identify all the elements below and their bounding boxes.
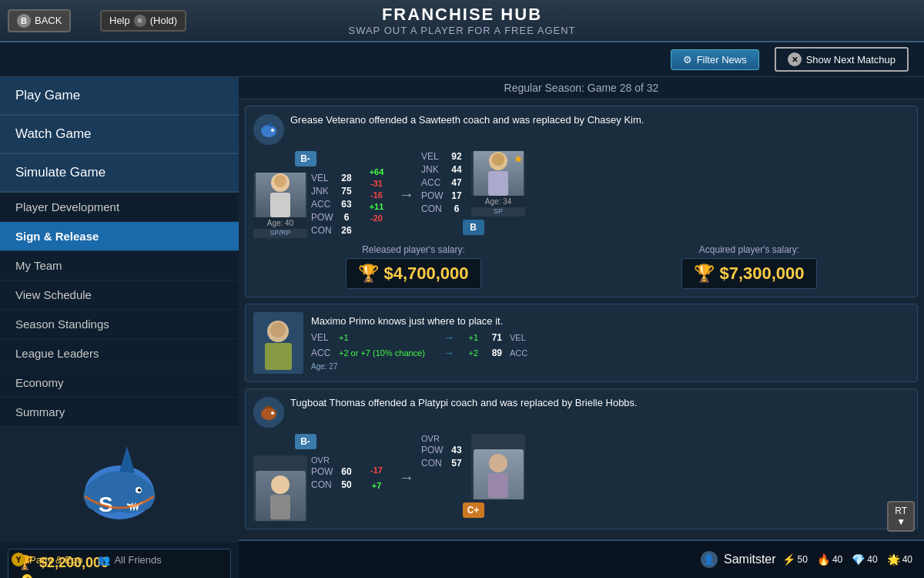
released-salary-label: Released player's salary: [346, 244, 480, 255]
friends-button[interactable]: 👥 All Friends [98, 554, 161, 566]
player1-stats: VEL 28 JNK 75 ACC 63 [311, 173, 357, 238]
svg-point-15 [261, 408, 276, 420]
show-next-matchup-label: Show Next Matchup [806, 54, 896, 66]
player-comparison-1: B- Age: 40 SP/RP VEL 28 [253, 151, 909, 238]
res-icon-1: ⚡ [782, 553, 795, 566]
party-label: Party & Ego [29, 554, 82, 566]
res-item-1: ⚡ 50 [782, 553, 808, 566]
player2-stats: VEL 92 JNK 44 ACC 47 [421, 151, 467, 217]
player1-block: B- Age: 40 SP/RP VEL 28 [253, 151, 357, 238]
training-title: Maximo Primo knows just where to place i… [311, 315, 909, 327]
back-button[interactable]: B BACK [8, 9, 71, 32]
acquired-salary-amount: 🏆 $7,300,000 [681, 258, 816, 289]
sidebar-item-watch-game[interactable]: Watch Game [0, 116, 239, 154]
arrow-right-1: → [396, 186, 417, 203]
sidebar: Play Game Watch Game Simulate Game Playe… [0, 77, 239, 539]
res-item-3: 💎 40 [852, 553, 877, 566]
training-stat-acc: ACC +2 or +7 (10% chance) → +2 89 ACC [311, 347, 909, 359]
show-next-matchup-button[interactable]: ✕ Show Next Matchup [775, 47, 909, 72]
sidebar-item-season-standings[interactable]: Season Standings [0, 310, 239, 339]
right-content[interactable]: Regular Season: Game 28 of 32 Grease Vet… [239, 77, 924, 539]
y-icon: Y [12, 553, 25, 566]
sidebar-item-play-game[interactable]: Play Game [0, 77, 239, 116]
player1-grade: B- [295, 151, 316, 166]
salary-section: Released player's salary: 🏆 $4,700,000 A… [253, 244, 909, 289]
vel-change: +1 [339, 333, 439, 342]
money-icon-2: 🔑 [16, 573, 33, 578]
acc-val: 89 [483, 348, 502, 358]
svg-point-11 [492, 153, 504, 166]
acc-label: ACC [311, 348, 334, 358]
sidebar-item-player-development[interactable]: Player Development [0, 193, 239, 222]
player3-age: Age: 27 [311, 362, 909, 371]
help-button[interactable]: Help ≡ (Hold) [100, 10, 186, 32]
svg-point-8 [274, 175, 286, 187]
sub-title: SWAP OUT A PLAYER FOR A FREE AGENT [348, 25, 575, 36]
hold-label: (Hold) [150, 15, 177, 26]
nav-menu: Play Game Watch Game Simulate Game Playe… [0, 77, 239, 427]
salary-icon-2: 🏆 [694, 264, 715, 284]
sidebar-item-summary[interactable]: Summary [0, 398, 239, 427]
rt-button[interactable]: RT ▼ [887, 501, 915, 532]
top-bar: B BACK Help ≡ (Hold) FRANCHISE HUB SWAP … [0, 0, 924, 42]
username: Samitster [724, 553, 776, 566]
sidebar-item-view-schedule[interactable]: View Schedule [0, 281, 239, 310]
acc-arrow-val: +2 [459, 348, 478, 358]
resource-bar: ⚡ 50 🔥 40 💎 40 🌟 40 [782, 553, 912, 566]
party-button[interactable]: Y Party & Ego [12, 553, 82, 566]
news-card-3: Tugboat Thomas offended a Platypi coach … [245, 388, 918, 529]
user-icon: 👤 [701, 551, 718, 568]
sidebar-item-economy[interactable]: Economy [0, 368, 239, 398]
player3b-stats: OVR POW 43 CON 57 [421, 434, 467, 499]
training-stat-vel: VEL +1 → +1 71 VEL [311, 331, 909, 344]
sidebar-item-league-leaders[interactable]: League Leaders [0, 339, 239, 368]
sidebar-item-simulate-game[interactable]: Simulate Game [0, 154, 239, 193]
arrow-acc: → [444, 347, 454, 359]
sidebar-item-my-team[interactable]: My Team [0, 251, 239, 281]
back-label: BACK [35, 15, 62, 26]
news-3-title: Tugboat Thomas offended a Platypi coach … [290, 397, 638, 408]
res-icon-3: 💎 [852, 553, 865, 566]
vel-stat-label: VEL [510, 333, 526, 342]
vel-arrow-val: +1 [459, 333, 478, 342]
player2-position: SP [471, 207, 525, 217]
res-item-2: 🔥 40 [817, 553, 842, 566]
sidebar-item-sign-release[interactable]: Sign & Release [0, 222, 239, 251]
arrow-right-3: → [396, 469, 417, 486]
player2-portrait: ★ Age: 34 SP [471, 151, 525, 217]
player3a-block: B- OVR POW 60 [253, 434, 357, 521]
player3b-grade: C+ [463, 502, 484, 518]
svg-point-16 [271, 412, 274, 415]
player2-grade: B [463, 220, 484, 235]
res-val-1: 50 [798, 554, 808, 565]
player3a-stats: OVR POW 60 CON 50 [311, 455, 357, 521]
filter-icon: ⚙ [683, 54, 692, 66]
player3-portrait [253, 312, 303, 374]
player3b-block: OVR POW 43 CON 57 [421, 434, 525, 521]
training-info: Maximo Primo knows just where to place i… [311, 315, 909, 371]
svg-rect-7 [270, 193, 290, 217]
news-1-title: Grease Veterano offended a Sawteeth coac… [290, 114, 644, 126]
acc-stat-label: ACC [510, 348, 527, 358]
player1-age: Age: 40 [253, 217, 307, 229]
released-salary-block: Released player's salary: 🏆 $4,700,000 [346, 244, 480, 289]
filter-bar: ⚙ Filter News ✕ Show Next Matchup [0, 42, 924, 77]
svg-rect-18 [270, 495, 290, 519]
acc-change: +2 or +7 (10% chance) [339, 348, 439, 358]
player3b-portrait [471, 434, 525, 499]
svg-point-19 [489, 454, 507, 472]
news-card-2: Maximo Primo knows just where to place i… [245, 304, 918, 382]
player1-portrait: Age: 40 SP/RP [253, 173, 307, 238]
delta-col-1: +64 -31 -16 +11 -20 [361, 167, 392, 223]
player3a-grade: B- [295, 434, 316, 449]
player2-age: Age: 34 [471, 196, 525, 207]
svg-rect-10 [488, 171, 508, 196]
res-val-4: 40 [902, 554, 912, 565]
svg-point-17 [271, 476, 290, 494]
friends-icon: 👥 [98, 554, 110, 566]
filter-news-button[interactable]: ⚙ Filter News [671, 49, 759, 70]
friends-label: All Friends [114, 554, 161, 566]
filter-news-label: Filter News [697, 54, 747, 66]
res-val-3: 40 [867, 554, 877, 565]
vel-val: 71 [483, 332, 502, 343]
